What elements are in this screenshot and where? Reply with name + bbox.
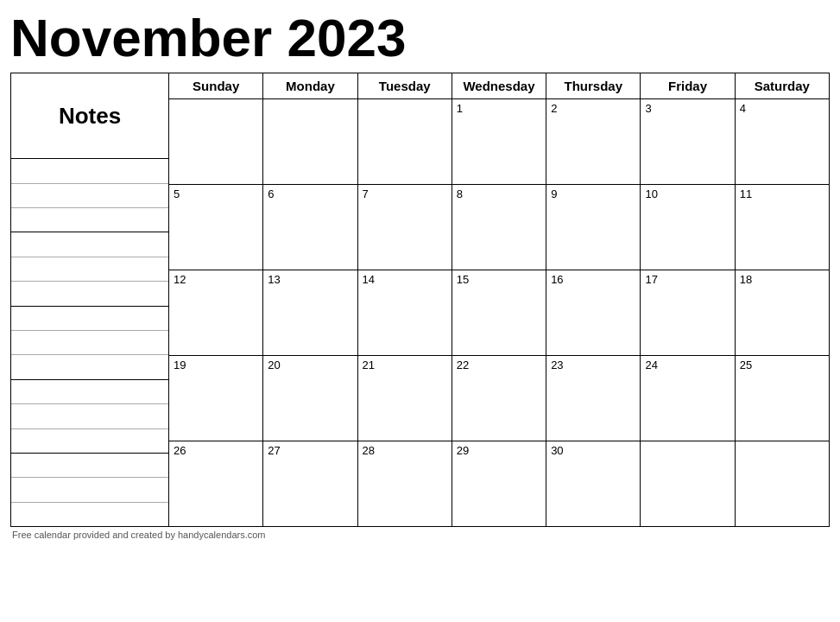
week-row-2: 5 6 7 8 9 10 11	[169, 185, 829, 270]
notes-line[interactable]	[11, 404, 168, 428]
notes-line[interactable]	[11, 478, 168, 502]
day-cell-21[interactable]: 21	[358, 356, 452, 441]
calendar-wrapper: Notes Sun	[10, 73, 830, 527]
day-cell-empty[interactable]	[358, 99, 452, 184]
day-cell-19[interactable]: 19	[169, 356, 263, 441]
header-sunday: Sunday	[169, 73, 263, 98]
day-cell-6[interactable]: 6	[263, 185, 357, 270]
day-cell-11[interactable]: 11	[736, 185, 829, 270]
header-friday: Friday	[641, 73, 735, 98]
notes-line[interactable]	[11, 232, 168, 257]
day-cell-22[interactable]: 22	[452, 356, 546, 441]
header-monday: Monday	[263, 73, 357, 98]
notes-lines-week-2	[11, 232, 168, 306]
day-cell-12[interactable]: 12	[169, 270, 263, 355]
day-cell-empty[interactable]	[641, 441, 735, 526]
day-cell-empty[interactable]	[263, 99, 357, 184]
day-number: 9	[551, 187, 635, 200]
day-cell-9[interactable]: 9	[546, 185, 641, 270]
day-number: 12	[174, 273, 258, 286]
day-number: 6	[268, 187, 352, 200]
day-number: 23	[551, 359, 635, 371]
header-tuesday: Tuesday	[358, 73, 452, 98]
week-row-1: 1 2 3 4	[169, 99, 829, 185]
day-number: 19	[174, 359, 258, 371]
notes-line[interactable]	[11, 184, 168, 208]
header-thursday: Thursday	[546, 73, 641, 98]
day-number: 5	[174, 187, 258, 200]
day-cell-empty[interactable]	[169, 99, 263, 184]
day-number: 21	[363, 359, 447, 371]
day-number: 3	[645, 102, 729, 115]
week-row-4: 19 20 21 22 23 24 25	[169, 356, 829, 441]
day-cell-8[interactable]: 8	[452, 185, 546, 270]
header-saturday: Saturday	[736, 73, 829, 98]
day-cell-7[interactable]: 7	[358, 185, 452, 270]
notes-line[interactable]	[11, 159, 168, 183]
day-cell-26[interactable]: 26	[169, 441, 263, 526]
day-number: 13	[268, 273, 352, 286]
day-number: 25	[740, 359, 824, 371]
page-title: November 2023	[10, 9, 830, 67]
day-cell-14[interactable]: 14	[358, 270, 452, 355]
day-number: 30	[551, 444, 635, 457]
notes-line[interactable]	[11, 503, 168, 526]
day-cell-27[interactable]: 27	[263, 441, 357, 526]
calendar-grid: Sunday Monday Tuesday Wednesday Thursday…	[169, 73, 829, 527]
day-cell-empty[interactable]	[736, 441, 829, 526]
footer: Free calendar provided and created by ha…	[10, 530, 830, 540]
calendar-body: 1 2 3 4 5 6 7 8 9 10 11 12 13 14 15 16	[169, 99, 829, 527]
notes-header: Notes	[11, 73, 168, 159]
day-cell-15[interactable]: 15	[452, 270, 546, 355]
notes-line[interactable]	[11, 429, 168, 453]
day-number: 16	[551, 273, 635, 286]
notes-line[interactable]	[11, 454, 168, 478]
day-cell-5[interactable]: 5	[169, 185, 263, 270]
week-row-5: 26 27 28 29 30	[169, 441, 829, 527]
day-number: 20	[268, 359, 352, 371]
day-cell-17[interactable]: 17	[641, 270, 735, 355]
day-number: 24	[645, 359, 729, 371]
notes-line[interactable]	[11, 282, 168, 305]
notes-lines-week-5	[11, 454, 168, 527]
day-number: 22	[457, 359, 541, 371]
notes-lines-week-1	[11, 159, 168, 232]
day-cell-29[interactable]: 29	[452, 441, 546, 526]
notes-label: Notes	[59, 103, 121, 130]
notes-line[interactable]	[11, 331, 168, 355]
day-number: 11	[740, 187, 824, 200]
notes-lines-week-3	[11, 307, 168, 380]
day-number: 4	[740, 102, 824, 115]
day-number: 14	[363, 273, 447, 286]
day-number: 8	[457, 187, 541, 200]
day-cell-24[interactable]: 24	[641, 356, 735, 441]
notes-column: Notes	[11, 73, 169, 527]
day-cell-25[interactable]: 25	[736, 356, 829, 441]
day-number: 7	[363, 187, 447, 200]
notes-line[interactable]	[11, 355, 168, 378]
day-cell-13[interactable]: 13	[263, 270, 357, 355]
day-number: 15	[457, 273, 541, 286]
notes-line[interactable]	[11, 380, 168, 404]
day-cell-20[interactable]: 20	[263, 356, 357, 441]
day-number: 17	[645, 273, 729, 286]
notes-line[interactable]	[11, 208, 168, 232]
week-row-3: 12 13 14 15 16 17 18	[169, 270, 829, 356]
day-cell-18[interactable]: 18	[736, 270, 829, 355]
day-cell-10[interactable]: 10	[641, 185, 735, 270]
day-number: 18	[740, 273, 824, 286]
day-cell-16[interactable]: 16	[546, 270, 641, 355]
day-headers-row: Sunday Monday Tuesday Wednesday Thursday…	[169, 73, 829, 99]
day-cell-30[interactable]: 30	[546, 441, 641, 526]
day-cell-23[interactable]: 23	[546, 356, 641, 441]
day-cell-3[interactable]: 3	[641, 99, 735, 184]
day-number: 29	[457, 444, 541, 457]
day-cell-28[interactable]: 28	[358, 441, 452, 526]
header-wednesday: Wednesday	[452, 73, 546, 98]
day-cell-1[interactable]: 1	[452, 99, 546, 184]
day-cell-4[interactable]: 4	[736, 99, 829, 184]
notes-line[interactable]	[11, 307, 168, 331]
day-cell-2[interactable]: 2	[546, 99, 641, 184]
notes-line[interactable]	[11, 257, 168, 282]
day-number: 26	[174, 444, 258, 457]
